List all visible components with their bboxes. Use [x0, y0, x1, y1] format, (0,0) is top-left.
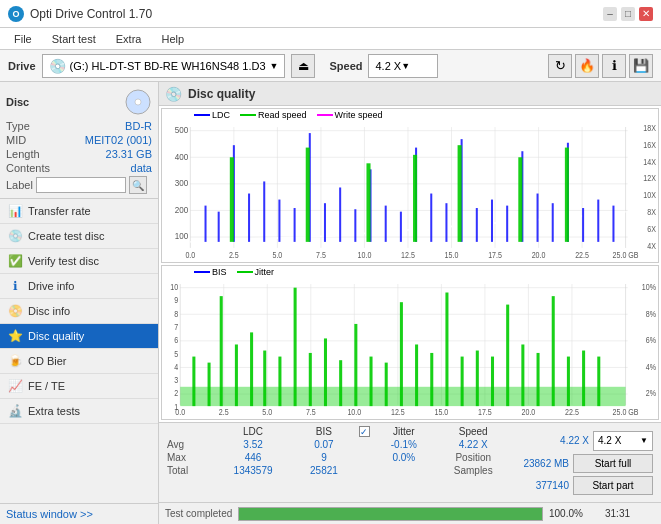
- fe-te-icon: 📈: [8, 379, 22, 393]
- svg-text:10X: 10X: [643, 191, 656, 201]
- samples-row: 377140 Start part: [532, 476, 653, 495]
- drive-icon-save[interactable]: 💾: [629, 54, 653, 78]
- svg-rect-134: [537, 353, 540, 406]
- svg-text:6: 6: [174, 336, 178, 346]
- col-header-speed: Speed: [433, 425, 513, 438]
- svg-text:7.5: 7.5: [306, 407, 316, 417]
- svg-text:4X: 4X: [647, 242, 656, 252]
- max-label: Max: [163, 451, 213, 464]
- svg-rect-32: [205, 206, 207, 242]
- svg-text:10.0: 10.0: [347, 407, 361, 417]
- svg-rect-116: [263, 351, 266, 407]
- verify-disc-icon: ✅: [8, 254, 22, 268]
- svg-text:16X: 16X: [643, 140, 656, 150]
- svg-text:12.5: 12.5: [401, 250, 415, 260]
- svg-rect-60: [230, 157, 234, 242]
- menu-help[interactable]: Help: [155, 31, 190, 47]
- svg-rect-113: [220, 296, 223, 406]
- sidebar-item-transfer-rate[interactable]: 📊 Transfer rate: [0, 199, 158, 224]
- avg-speed: 4.22 X: [433, 438, 513, 451]
- col-header-jitter: Jitter: [375, 425, 433, 438]
- drive-info-icon: ℹ: [8, 279, 22, 293]
- drive-icon-burn[interactable]: 🔥: [575, 54, 599, 78]
- svg-text:18X: 18X: [643, 123, 656, 133]
- svg-text:15.0: 15.0: [434, 407, 448, 417]
- svg-rect-36: [263, 181, 265, 241]
- svg-text:20.0: 20.0: [532, 250, 546, 260]
- avg-empty: [355, 438, 375, 451]
- total-empty2: [375, 464, 433, 477]
- sidebar-item-cd-bier[interactable]: 🍺 CD Bier: [0, 349, 158, 374]
- svg-text:10.0: 10.0: [358, 250, 372, 260]
- svg-rect-35: [248, 194, 250, 242]
- sidebar-item-fe-te[interactable]: 📈 FE / TE: [0, 374, 158, 399]
- svg-rect-64: [458, 145, 462, 242]
- svg-text:500: 500: [175, 124, 189, 135]
- svg-text:5.0: 5.0: [272, 250, 282, 260]
- app-title: Opti Drive Control 1.70: [30, 7, 152, 21]
- svg-rect-54: [537, 194, 539, 242]
- close-button[interactable]: ✕: [639, 7, 653, 21]
- svg-text:22.5: 22.5: [565, 407, 579, 417]
- samples-label: Samples: [433, 464, 513, 477]
- bis-legend: BIS: [194, 267, 227, 277]
- bottom-bar: Test completed 100.0% 31:31: [159, 502, 661, 524]
- disc-mid-row: MID MEIT02 (001): [6, 134, 152, 146]
- start-part-button[interactable]: Start part: [573, 476, 653, 495]
- jitter-chart-label: Jitter: [255, 267, 275, 277]
- position-value: 23862 MB: [523, 458, 569, 469]
- minimize-button[interactable]: –: [603, 7, 617, 21]
- progress-percent: 100.0%: [549, 508, 599, 519]
- sidebar-item-disc-quality[interactable]: ⭐ Disc quality: [0, 324, 158, 349]
- drive-select[interactable]: 💿 (G:) HL-DT-ST BD-RE WH16NS48 1.D3 ▼: [42, 54, 286, 78]
- maximize-button[interactable]: □: [621, 7, 635, 21]
- svg-point-1: [135, 99, 141, 105]
- total-bis: 25821: [293, 464, 354, 477]
- total-ldc: 1343579: [213, 464, 293, 477]
- menu-file[interactable]: File: [8, 31, 38, 47]
- svg-rect-121: [339, 360, 342, 406]
- sidebar-item-extra-tests[interactable]: 🔬 Extra tests: [0, 399, 158, 424]
- svg-text:10: 10: [170, 282, 178, 292]
- sidebar-item-label: Create test disc: [28, 230, 104, 242]
- transfer-rate-icon: 📊: [8, 204, 22, 218]
- menu-extra[interactable]: Extra: [110, 31, 148, 47]
- sidebar-item-label: Transfer rate: [28, 205, 91, 217]
- disc-type-label: Type: [6, 120, 30, 132]
- svg-text:7: 7: [174, 322, 178, 332]
- disc-label-browse[interactable]: 🔍: [129, 176, 147, 194]
- svg-text:100: 100: [175, 231, 189, 242]
- svg-rect-129: [461, 357, 464, 407]
- jitter-checkbox[interactable]: ✓: [359, 426, 370, 437]
- read-speed-label: Read speed: [258, 110, 307, 120]
- sidebar-item-disc-info[interactable]: 📀 Disc info: [0, 299, 158, 324]
- ldc-label: LDC: [212, 110, 230, 120]
- disc-contents-label: Contents: [6, 162, 50, 174]
- svg-rect-133: [521, 344, 524, 406]
- svg-rect-61: [306, 148, 310, 242]
- svg-rect-127: [430, 353, 433, 406]
- window-controls: – □ ✕: [603, 7, 653, 21]
- svg-text:2.5: 2.5: [219, 407, 229, 417]
- disc-mid-value: MEIT02 (001): [85, 134, 152, 146]
- speed-select[interactable]: 4.2 X ▼: [368, 54, 438, 78]
- sidebar-item-label: CD Bier: [28, 355, 67, 367]
- speed-dropdown[interactable]: 4.2 X ▼: [593, 431, 653, 451]
- status-window-button[interactable]: Status window >>: [0, 503, 158, 524]
- start-full-button[interactable]: Start full: [573, 454, 653, 473]
- disc-label-input[interactable]: [36, 177, 126, 193]
- sidebar-item-drive-info[interactable]: ℹ Drive info: [0, 274, 158, 299]
- sidebar-item-create-test-disc[interactable]: 💿 Create test disc: [0, 224, 158, 249]
- menu-start-test[interactable]: Start test: [46, 31, 102, 47]
- svg-rect-136: [567, 357, 570, 407]
- drive-eject-button[interactable]: ⏏: [291, 54, 315, 78]
- nav-section: 📊 Transfer rate 💿 Create test disc ✅ Ver…: [0, 199, 158, 503]
- position-label: Position: [433, 451, 513, 464]
- disc-label-label: Label: [6, 179, 33, 191]
- disc-contents-value: data: [131, 162, 152, 174]
- drive-icon-refresh[interactable]: ↻: [548, 54, 572, 78]
- chart1-legend: LDC Read speed Write speed: [162, 109, 658, 121]
- drive-icon-info[interactable]: ℹ: [602, 54, 626, 78]
- title-bar: O Opti Drive Control 1.70 – □ ✕: [0, 0, 661, 28]
- sidebar-item-verify-test-disc[interactable]: ✅ Verify test disc: [0, 249, 158, 274]
